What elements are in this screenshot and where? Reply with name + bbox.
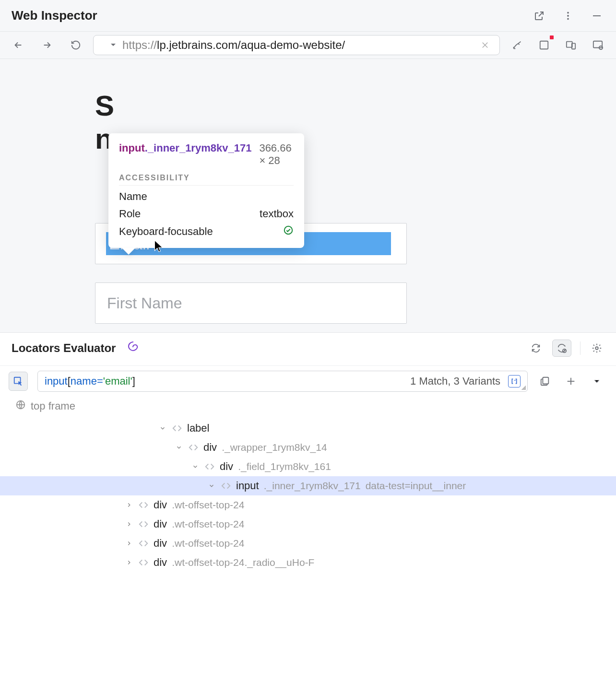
- tooltip-section-heading: ACCESSIBILITY: [119, 174, 294, 186]
- address-bar: https://lp.jetbrains.com/aqua-demo-websi…: [0, 32, 616, 59]
- tooltip-dimensions: 366.66 × 28: [259, 142, 294, 167]
- tree-node-tag: label: [187, 422, 209, 434]
- tree-node-tag: div: [154, 556, 167, 569]
- locators-settings-icon[interactable]: [589, 340, 604, 356]
- refresh-locators-icon[interactable]: [528, 340, 544, 356]
- tree-node-tag: div: [203, 441, 217, 454]
- chevron-down-icon[interactable]: [158, 425, 167, 432]
- tree-row[interactable]: input ._inner_1rym8kv_171 data-test=inpu…: [0, 476, 616, 495]
- tag-icon: [138, 557, 149, 568]
- search-icon: [100, 40, 116, 50]
- frame-label: top frame: [31, 400, 75, 412]
- expand-locator-icon[interactable]: [589, 374, 604, 389]
- toolbar-right-icons: [509, 37, 605, 53]
- chevron-right-icon[interactable]: [125, 502, 133, 508]
- add-locator-icon[interactable]: [563, 374, 579, 389]
- tooltip-role-label: Role: [119, 208, 141, 220]
- disable-js-icon[interactable]: [536, 37, 552, 53]
- tree-row[interactable]: div .wt-offset-top-24: [0, 534, 616, 553]
- element-picker-icon[interactable]: [9, 372, 28, 391]
- tree-node-attr: data-test=input__inner: [366, 480, 466, 492]
- svg-rect-17: [543, 377, 548, 384]
- first-name-placeholder: First Name: [107, 294, 182, 312]
- first-name-field[interactable]: First Name: [95, 282, 407, 324]
- tree-node-tag: div: [154, 518, 167, 530]
- tag-icon: [138, 519, 149, 529]
- svg-point-2: [568, 18, 569, 19]
- minimize-icon[interactable]: [589, 8, 604, 23]
- check-circle-icon: [283, 225, 294, 235]
- tree-row[interactable]: div .wt-offset-top-24._radio__uHo-F: [0, 553, 616, 572]
- chevron-right-icon[interactable]: [125, 540, 133, 547]
- inspector-tooltip: input._inner_1rym8kv_171 366.66 × 28 ACC…: [108, 133, 304, 248]
- url-box[interactable]: https://lp.jetbrains.com/aqua-demo-websi…: [93, 35, 500, 55]
- tree-row[interactable]: div ._wrapper_1rym8kv_14: [0, 438, 616, 457]
- ide-spiral-icon[interactable]: [127, 341, 139, 355]
- tree-node-class: .wt-offset-top-24: [172, 518, 244, 530]
- chevron-right-icon[interactable]: [125, 521, 133, 528]
- tree-node-class: .wt-offset-top-24: [172, 538, 244, 549]
- auto-refresh-icon[interactable]: [552, 340, 571, 357]
- css-badge-icon[interactable]: [508, 375, 521, 387]
- svg-point-1: [568, 15, 569, 16]
- tree-node-tag: div: [220, 460, 233, 473]
- frame-row[interactable]: top frame: [0, 397, 616, 416]
- tooltip-focusable-value: [283, 225, 294, 238]
- chevron-down-icon[interactable]: [207, 482, 216, 489]
- svg-point-0: [568, 12, 569, 13]
- globe-icon: [15, 399, 26, 413]
- svg-rect-8: [540, 41, 548, 49]
- tree-node-class: .wt-offset-top-24: [172, 499, 244, 511]
- nav-buttons: [11, 37, 83, 53]
- forward-icon[interactable]: [39, 37, 55, 53]
- reload-icon[interactable]: [68, 37, 83, 53]
- tree-node-class: .wt-offset-top-24._radio__uHo-F: [172, 557, 314, 568]
- locator-input[interactable]: input[name='email'] 1 Match, 3 Variants: [37, 371, 528, 392]
- url-text: https://lp.jetbrains.com/aqua-demo-websi…: [122, 38, 471, 52]
- tooltip-name-label: Name: [119, 190, 147, 203]
- tree-node-tag: div: [154, 537, 167, 550]
- tree-node-class: ._wrapper_1rym8kv_14: [222, 442, 327, 453]
- back-icon[interactable]: [11, 37, 26, 53]
- resize-handle-icon[interactable]: [521, 385, 526, 390]
- tree-row[interactable]: div ._field_1rym8kv_161: [0, 457, 616, 476]
- tree-node-class: ._field_1rym8kv_161: [238, 461, 331, 472]
- chevron-down-icon[interactable]: [191, 463, 200, 470]
- tree-node-tag: div: [154, 499, 167, 511]
- copy-locator-icon[interactable]: [537, 374, 553, 389]
- tooltip-class: ._inner_1rym8kv_171: [145, 142, 252, 154]
- tag-icon: [172, 423, 182, 434]
- open-external-icon[interactable]: [532, 8, 547, 23]
- cursor-icon: [154, 239, 164, 255]
- svg-point-15: [595, 347, 598, 350]
- tree-node-class: ._inner_1rym8kv_171: [264, 480, 361, 492]
- tree-row[interactable]: div .wt-offset-top-24: [0, 495, 616, 515]
- settings-screen-icon[interactable]: [590, 37, 605, 53]
- svg-line-5: [107, 47, 108, 48]
- header-title: Web Inspector: [12, 8, 97, 23]
- tooltip-role-value: textbox: [260, 208, 294, 220]
- locators-panel: Locators Evaluator input[name='email'] 1: [0, 332, 616, 681]
- tag-icon: [204, 461, 215, 472]
- clear-cache-icon[interactable]: [509, 37, 525, 53]
- devices-icon[interactable]: [563, 37, 579, 53]
- tree-row[interactable]: div .wt-offset-top-24: [0, 515, 616, 534]
- tag-icon: [221, 481, 231, 491]
- tree-node-tag: input: [236, 480, 259, 492]
- locators-title: Locators Evaluator: [12, 341, 116, 355]
- clear-url-icon[interactable]: [477, 37, 493, 53]
- tag-icon: [138, 538, 149, 549]
- svg-rect-11: [593, 41, 602, 48]
- menu-dots-icon[interactable]: [560, 8, 576, 23]
- tree-row[interactable]: label: [0, 419, 616, 438]
- svg-point-4: [102, 42, 107, 47]
- header-actions: [532, 8, 604, 23]
- tag-icon: [138, 500, 149, 510]
- header: Web Inspector: [0, 0, 616, 32]
- chevron-down-icon[interactable]: [175, 444, 183, 451]
- chevron-right-icon[interactable]: [125, 559, 133, 566]
- page-heading-line1: S: [95, 91, 407, 121]
- locator-match-count: 1 Match, 3 Variants: [410, 375, 500, 387]
- tooltip-focusable-label: Keyboard-focusable: [119, 225, 213, 238]
- tag-icon: [188, 442, 199, 453]
